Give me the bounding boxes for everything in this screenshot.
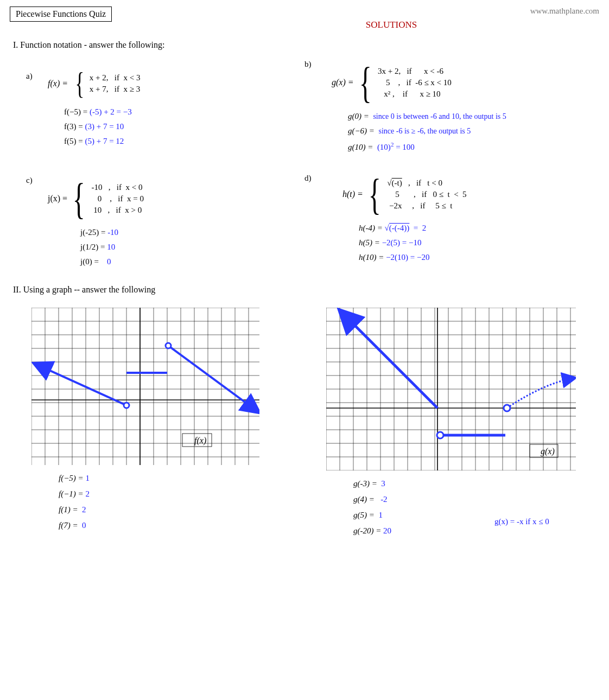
ans-b3: (10)2 = 100 xyxy=(377,143,415,151)
piece-c2: 0 , if x = 0 xyxy=(92,194,144,203)
piece-a1: x + 2, if x < 3 xyxy=(90,73,141,82)
ans-a3: (5) + 7 = 12 xyxy=(85,137,124,145)
q-g3: g(5) = xyxy=(353,511,377,519)
piece-d3: −2x , if 5 ≤ t xyxy=(387,201,466,211)
part-b: b) g(x) = { 3x + 2, if x < -6 5 , if -6 … xyxy=(304,55,599,161)
ans-d1: √(-(-4)) = 2 xyxy=(385,224,427,232)
ans-b2: since -6 is ≥ -6, the output is 5 xyxy=(378,127,471,135)
label-b: b) xyxy=(304,60,312,69)
brace-icon: { xyxy=(75,69,85,98)
svg-line-33 xyxy=(168,346,257,411)
q-c2: j(1/2) = xyxy=(80,243,107,251)
part-a: a) f(x) = { x + 2, if x < 3 x + 7, if x … xyxy=(10,55,304,161)
q-b1: g(0) = xyxy=(348,112,371,120)
graph-f-label: f(x) xyxy=(194,436,206,446)
ans-f2: 2 xyxy=(85,489,90,498)
q-f2: f(−1) = xyxy=(59,489,85,498)
page-title-box: Piecewise Functions Quiz xyxy=(10,7,112,22)
ans-c3: 0 xyxy=(105,257,111,266)
piece-a2: x + 7, if x ≥ 3 xyxy=(90,85,141,94)
fname-c: j(x) = xyxy=(48,194,67,203)
part-d: d) h(t) = { √(-t) , if t < 0 5 , if 0 ≤ … xyxy=(304,171,599,275)
q-b2: g(−6) = xyxy=(348,126,377,135)
q-g2: g(4) = xyxy=(353,495,377,504)
piece-c3: 10 , if x > 0 xyxy=(92,206,144,215)
graph-f-col: f(x) f(−5) = 1 f(−1) = 2 f(1) = 2 f(7) =… xyxy=(10,300,304,545)
fname-d: h(t) = xyxy=(342,189,363,199)
piece-d2: 5 , if 0 ≤ t < 5 xyxy=(387,190,466,199)
graph-g-label: g(x) xyxy=(541,447,555,456)
piece-b2: 5 , if -6 ≤ x < 10 xyxy=(378,78,452,87)
section2-heading: II. Using a graph -- answer the followin… xyxy=(13,285,599,295)
q-f1: f(−5) = xyxy=(59,474,85,482)
ans-g1: 3 xyxy=(381,479,385,488)
svg-point-34 xyxy=(124,403,129,408)
label-a: a) xyxy=(26,72,33,81)
solutions-label: SOLUTIONS xyxy=(183,20,599,30)
svg-point-73 xyxy=(437,432,443,438)
graph-f: f(x) xyxy=(31,308,259,465)
ans-f4: 0 xyxy=(82,521,86,530)
q-c1: j(-25) = xyxy=(80,228,107,237)
svg-point-35 xyxy=(166,343,171,348)
brace-icon: { xyxy=(359,63,371,102)
q-a1: f(−5) = xyxy=(64,107,90,116)
ans-c1: -10 xyxy=(107,228,118,237)
ans-d3: −2(10) = −20 xyxy=(386,253,429,262)
section1-heading: I. Function notation - answer the follow… xyxy=(13,40,599,50)
ans-f3: 2 xyxy=(82,505,86,514)
q-f3: f(1) = xyxy=(59,505,80,514)
piece-b3: x² , if x ≥ 10 xyxy=(378,90,452,99)
piece-c1: -10 , if x < 0 xyxy=(92,183,144,192)
part-c: c) j(x) = { -10 , if x < 0 0 , if x = 0 … xyxy=(10,171,304,275)
ans-g4: 20 xyxy=(383,526,391,535)
svg-line-71 xyxy=(342,313,437,408)
q-b3: g(10) = xyxy=(348,143,375,151)
brace-icon: { xyxy=(73,179,85,218)
site-url: www.mathplane.com xyxy=(530,7,599,16)
ans-b1: since 0 is between -6 and 10, the output… xyxy=(373,112,506,120)
label-d: d) xyxy=(304,174,312,183)
q-f4: f(7) = xyxy=(59,521,80,530)
q-g1: g(-3) = xyxy=(353,479,379,488)
fname-b: g(x) = xyxy=(332,78,354,87)
ans-d2: −2(5) = −10 xyxy=(382,238,422,247)
q-c3: j(0) = xyxy=(80,257,101,266)
ans-a1: (-5) + 2 = −3 xyxy=(90,107,132,116)
piece-b1: 3x + 2, if x < -6 xyxy=(378,67,452,76)
brace-icon: { xyxy=(369,175,381,214)
label-c: c) xyxy=(26,176,33,185)
q-g4: g(-20) = xyxy=(353,526,383,535)
q-d3: h(10) = xyxy=(359,253,386,262)
ans-c2: 10 xyxy=(107,243,115,251)
ans-g3: 1 xyxy=(378,511,383,519)
ans-a2: (3) + 7 = 10 xyxy=(85,122,124,131)
g-definition-note: g(x) = -x if x ≤ 0 xyxy=(494,517,549,526)
svg-point-74 xyxy=(504,405,510,411)
q-a3: f(5) = xyxy=(64,137,85,145)
q-a2: f(3) = xyxy=(64,122,85,131)
ans-f1: 1 xyxy=(85,474,90,482)
graph-g-col: g(x) g(-3) = 3 g(4) = -2 g(5) = 1 g(-20)… xyxy=(304,300,599,545)
q-d2: h(5) = xyxy=(359,238,382,247)
graph-g: g(x) xyxy=(326,308,576,470)
piece-d1: √(-t) , if t < 0 xyxy=(387,179,466,188)
fname-a: f(x) = xyxy=(48,79,68,88)
ans-g2: -2 xyxy=(378,495,387,504)
q-d1: h(-4) = xyxy=(359,224,385,232)
